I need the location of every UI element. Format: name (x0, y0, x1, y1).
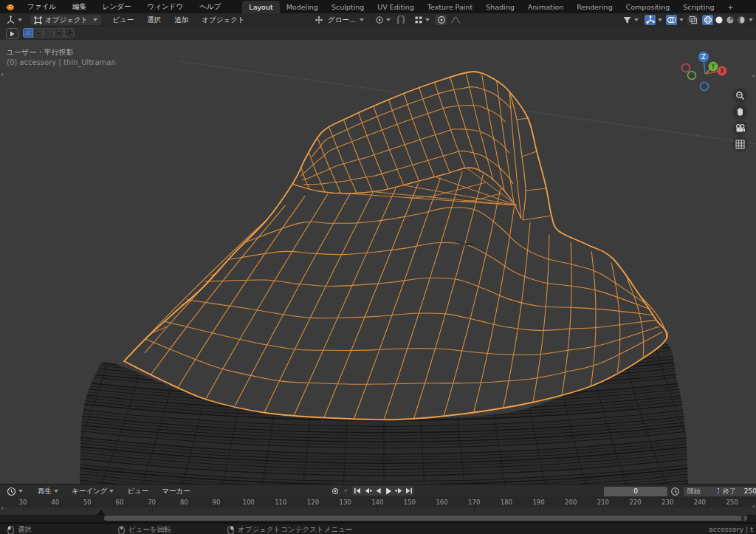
wireframe-shading-icon (704, 16, 712, 24)
gizmo-icon (646, 16, 655, 24)
shading-dropdown-carat[interactable] (749, 18, 753, 21)
status-hint-label: ビューを回転 (128, 525, 171, 534)
shading-wireframe-button[interactable] (702, 15, 713, 25)
workspace-tab--[interactable]: + (721, 1, 740, 14)
gizmo-z-neg-axis[interactable] (701, 83, 709, 91)
timeline-menu-0[interactable]: 再生 (31, 487, 65, 496)
auto-keying-toggle[interactable] (330, 486, 340, 496)
timeline-menu-2[interactable]: ビュー (120, 487, 155, 496)
show-gizmo-toggle[interactable] (645, 15, 656, 25)
workspace-tab-sculpting[interactable]: Sculpting (325, 1, 371, 14)
proportional-editing-toggle[interactable] (436, 15, 447, 25)
toolbar-expand-button[interactable] (6, 28, 18, 39)
view3d-menu-1[interactable]: 選択 (140, 16, 168, 25)
jump-to-end-button[interactable] (404, 486, 414, 496)
editor-type-button[interactable] (4, 15, 24, 25)
gizmo-dropdown-carat[interactable] (658, 18, 662, 21)
xray-toggle[interactable] (687, 15, 698, 25)
workspace-tab-scripting[interactable]: Scripting (676, 1, 721, 14)
camera-view-button[interactable] (732, 120, 748, 136)
workspace-tab-layout[interactable]: Layout (242, 1, 279, 14)
shading-material-button[interactable] (724, 15, 735, 25)
shading-rendered-button[interactable] (735, 15, 746, 25)
toggle-ortho-button[interactable] (732, 137, 748, 152)
material-shading-icon (726, 16, 735, 24)
gizmo-x-label: X (720, 68, 724, 75)
select-mode-subtract[interactable] (44, 28, 54, 38)
view3d-menu-2[interactable]: 追加 (168, 16, 195, 25)
status-right-text: accessory | t (709, 525, 753, 533)
topbar-menu-2[interactable]: レンダー (94, 0, 140, 13)
viewport-3d[interactable]: ユーザー・平行投影 (0) accessory | thin_Ultraman … (0, 40, 756, 484)
play-button[interactable] (383, 486, 394, 496)
timeline-ruler[interactable]: 3040506070809010011012013014015016017018… (0, 497, 756, 507)
mode-selector[interactable]: オブジェクト (30, 15, 101, 25)
pan-view-button[interactable] (732, 104, 748, 120)
channel-gridline (346, 507, 346, 515)
ruler-tick-130: 130 (339, 499, 351, 506)
timeline-editor-type-button[interactable] (4, 486, 25, 496)
toolbar-collapsed-arrow[interactable]: › (1, 69, 4, 79)
timeline-menu-3[interactable]: マーカー (155, 487, 196, 496)
select-mode-intersect[interactable] (64, 28, 75, 38)
view3d-menu-0[interactable]: ビュー (106, 16, 140, 25)
shading-solid-button[interactable] (713, 15, 724, 25)
prev-keyframe-button[interactable] (362, 486, 373, 496)
workspace-tab-compositing[interactable]: Compositing (619, 1, 677, 14)
workspace-tab-uv-editing[interactable]: UV Editing (371, 1, 421, 14)
workspace-tab-animation[interactable]: Animation (521, 1, 570, 14)
select-mode-invert[interactable] (54, 28, 64, 38)
topbar-menu-4[interactable]: ヘルプ (191, 0, 229, 13)
navigation-gizmo[interactable]: Z Y X (681, 44, 732, 96)
pivot-point-dropdown[interactable] (373, 15, 393, 25)
workspace-tab-shading[interactable]: Shading (479, 1, 521, 14)
frame-end-field[interactable]: 終了250 (719, 487, 756, 496)
current-frame-field[interactable]: 0 (604, 487, 667, 496)
object-type-visibility-dropdown[interactable] (620, 15, 641, 25)
timeline-right-arrow[interactable]: ‹ (752, 502, 755, 511)
orientation-label: グロー... (328, 16, 356, 25)
options-dropdown[interactable]: オプション (700, 40, 752, 41)
topbar-menu-0[interactable]: ファイル (19, 0, 64, 13)
workspace-tab-modeling[interactable]: Modeling (280, 1, 325, 14)
snap-target-dropdown[interactable] (412, 15, 432, 25)
timeline-marker[interactable] (97, 510, 106, 515)
channel-gridline (539, 507, 540, 515)
pivot-point-icon (375, 16, 384, 24)
channel-gridline (667, 507, 668, 515)
next-keyframe-button[interactable] (394, 486, 404, 496)
orientation-dropdown[interactable]: グロー... (324, 15, 366, 25)
gizmo-y-neg-axis[interactable] (688, 72, 696, 80)
timeline-scrollbar-thumb[interactable] (104, 516, 747, 521)
timeline-scrollbar[interactable] (0, 515, 756, 522)
channel-gridline (377, 507, 378, 515)
preview-range-clock-icon[interactable] (670, 487, 680, 496)
status-hint-middle: ビューを回転 (118, 525, 171, 534)
zoom-view-button[interactable] (732, 88, 748, 103)
gizmo-z-label: Z (701, 54, 706, 61)
select-mode-extend[interactable] (33, 28, 44, 38)
timeline-menu-1[interactable]: キーイング (65, 487, 120, 496)
timeline-channel[interactable] (0, 507, 756, 515)
select-mode-set[interactable] (23, 28, 33, 38)
status-bar: 選択ビューを回転オブジェクトコンテクストメニュー (0, 524, 756, 534)
ruler-tick-50: 50 (83, 499, 92, 506)
play-reverse-button[interactable] (373, 486, 383, 496)
view3d-menu-3[interactable]: オブジェクト (195, 16, 251, 25)
workspace-tabs: LayoutModelingSculptingUV EditingTexture… (242, 0, 740, 14)
show-overlays-toggle[interactable] (666, 15, 677, 25)
overlays-dropdown-carat[interactable] (679, 18, 684, 21)
keying-dropdown-carat[interactable] (343, 490, 348, 493)
proportional-falloff-icon[interactable] (450, 16, 461, 24)
snap-magnet-icon[interactable] (396, 16, 405, 25)
rendered-shading-icon (737, 16, 746, 24)
scrollbar-grip[interactable] (741, 516, 744, 521)
sidebar-collapsed-arrow[interactable]: ‹ (752, 71, 755, 81)
timeline-left-arrow[interactable]: › (1, 503, 4, 513)
topbar-menu-3[interactable]: ウィンドウ (140, 0, 192, 13)
gizmo-x-neg-axis[interactable] (682, 64, 690, 72)
workspace-tab-texture-paint[interactable]: Texture Paint (421, 1, 479, 14)
topbar-menu-1[interactable]: 編集 (64, 0, 94, 13)
jump-to-start-button[interactable] (352, 486, 362, 496)
workspace-tab-rendering[interactable]: Rendering (570, 1, 619, 14)
